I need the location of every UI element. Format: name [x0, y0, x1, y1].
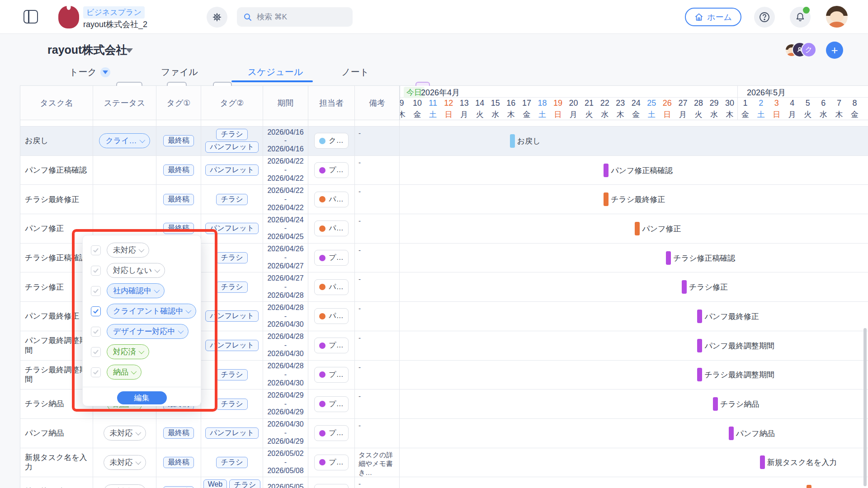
checkbox[interactable] — [91, 306, 101, 316]
task-name-cell[interactable]: お戻し — [20, 127, 93, 155]
period-cell[interactable]: 2026/04/28-2026/04/30 — [263, 331, 308, 360]
sidebar-toggle-icon[interactable] — [24, 10, 38, 23]
gantt-bar[interactable] — [713, 397, 718, 411]
tab-talk[interactable]: トーク — [69, 66, 110, 78]
status-pill[interactable]: デザイナー対応中 — [107, 324, 189, 339]
period-cell[interactable]: 2026/04/27-2026/04/28 — [263, 272, 308, 301]
task-row[interactable]: お戻しクライ…最終稿チラシパンフレット2026/04/16-2026/04/16… — [20, 127, 868, 156]
task-row[interactable]: パンフ修正稿確認最終稿パンフレット2026/04/22-2026/04/22プ…… — [20, 156, 868, 185]
tag-pill[interactable]: 最終稿 — [163, 194, 194, 205]
period-cell[interactable]: 2026/04/29-2026/04/29 — [263, 389, 308, 418]
tag-pill[interactable]: パンフレット — [205, 310, 259, 322]
period-cell[interactable]: 2026/04/24-2026/04/25 — [263, 214, 308, 243]
status-filter-option[interactable]: 納品 — [91, 362, 201, 382]
note-cell[interactable]: - — [355, 185, 400, 214]
tag-pill[interactable]: チラシ — [216, 399, 247, 410]
gantt-bar[interactable] — [635, 222, 640, 235]
note-cell[interactable]: - — [355, 389, 400, 418]
status-filter-option[interactable]: クライアント確認中 — [91, 301, 201, 321]
gantt-bar[interactable] — [682, 280, 687, 294]
checkbox[interactable] — [91, 367, 101, 377]
workspace-logo[interactable] — [58, 6, 79, 28]
task-row[interactable]: 新規タスク名を入力未対応最終稿チラシ2026/05/02-2026/05/08プ… — [20, 448, 868, 478]
status-pill[interactable]: 対応しない — [107, 263, 165, 278]
tag-pill[interactable]: チラシ — [216, 369, 247, 380]
checkbox[interactable] — [91, 327, 101, 337]
gantt-bar[interactable] — [666, 251, 671, 265]
note-cell[interactable]: - — [355, 419, 400, 448]
period-cell[interactable]: 2026/04/22-2026/04/22 — [263, 156, 308, 185]
period-cell[interactable]: 2026/04/28-2026/04/30 — [263, 302, 308, 331]
title-caret-icon[interactable] — [126, 48, 133, 53]
note-cell[interactable]: - — [355, 302, 400, 331]
home-button[interactable]: ホーム — [685, 8, 741, 26]
status-pill[interactable]: クライ… — [99, 133, 150, 148]
period-cell[interactable]: 2026/04/30-2026/04/29 — [263, 419, 308, 448]
tag-pill[interactable]: 最終稿 — [163, 135, 194, 146]
gantt-bar[interactable] — [604, 192, 609, 206]
status-pill[interactable]: 対応済 — [107, 344, 149, 359]
period-cell[interactable]: 2026/05/05- — [263, 477, 308, 488]
note-cell[interactable]: - — [355, 127, 400, 155]
assignee-chip[interactable]: プ… — [314, 455, 348, 470]
tag-pill[interactable]: パンフレット — [205, 164, 259, 176]
tag-pill[interactable]: パンフレット — [205, 340, 259, 351]
gantt-bar[interactable] — [697, 339, 702, 352]
tab-schedule[interactable]: スケジュール — [248, 66, 303, 78]
task-row[interactable]: チラシ最終修正最終稿チラシ2026/04/22-2026/04/22パ…-チラシ… — [20, 185, 868, 214]
assignee-chip[interactable]: パ… — [314, 484, 348, 488]
tag-pill[interactable]: 最終稿 — [163, 427, 194, 439]
user-avatar[interactable] — [826, 6, 848, 28]
task-name-cell[interactable]: パンフ修正稿確認 — [20, 156, 93, 185]
tag-pill[interactable]: チラシ — [216, 194, 247, 205]
chevron-down-icon[interactable] — [100, 67, 110, 77]
gantt-bar[interactable] — [807, 485, 811, 488]
note-cell[interactable]: - — [355, 244, 400, 272]
gantt-bar[interactable] — [604, 164, 609, 177]
note-cell[interactable]: タスクの詳細やメモ書き… — [355, 448, 400, 477]
task-name-cell[interactable]: パンフ納品 — [20, 419, 93, 448]
note-cell[interactable]: - — [355, 214, 400, 243]
tag-pill[interactable]: Web — [203, 479, 227, 488]
tag-pill[interactable]: 最終稿 — [163, 486, 194, 488]
assignee-chip[interactable]: パ… — [314, 221, 348, 236]
assignee-chip[interactable]: プ… — [314, 367, 348, 383]
tag-pill[interactable]: チラシ — [229, 479, 260, 488]
search-input[interactable]: 検索 ⌘K — [237, 7, 353, 27]
assignee-chip[interactable]: プ… — [314, 338, 348, 353]
tag-pill[interactable]: 最終稿 — [163, 164, 194, 176]
tag-pill[interactable]: パンフレット — [205, 427, 259, 439]
status-pill[interactable]: 未対応 — [104, 455, 146, 470]
assignee-chip[interactable]: プ… — [314, 425, 348, 441]
tag-pill[interactable]: チラシ — [216, 282, 247, 293]
tag-pill[interactable]: チラシ — [216, 129, 247, 140]
status-pill[interactable]: 未対応 — [107, 243, 149, 258]
org-name[interactable]: rayout株式会社_2 — [83, 19, 147, 30]
tag-pill[interactable]: パンフレット — [205, 223, 259, 234]
note-cell[interactable]: - — [355, 156, 400, 185]
status-pill[interactable]: 未対応 — [104, 426, 146, 441]
status-filter-option[interactable]: 未対応 — [91, 240, 201, 260]
task-row[interactable]: パンフ納品未対応最終稿パンフレット2026/04/30-2026/04/29プ…… — [20, 419, 868, 448]
edit-statuses-button[interactable]: 編集 — [117, 391, 167, 404]
tag-pill[interactable]: 最終稿 — [163, 223, 194, 234]
task-name-cell[interactable]: 納品後FB会 — [20, 477, 93, 488]
note-cell[interactable]: - — [355, 477, 400, 488]
add-member-button[interactable]: + — [826, 42, 843, 59]
gantt-bar[interactable] — [697, 310, 702, 323]
status-filter-option[interactable]: 社内確認中 — [91, 281, 201, 301]
task-name-cell[interactable]: 新規タスク名を入力 — [20, 448, 93, 477]
checkbox[interactable] — [91, 266, 101, 276]
checkbox[interactable] — [91, 245, 101, 255]
status-pill[interactable]: 納品 — [107, 365, 142, 380]
assignee-chip[interactable]: プ… — [314, 396, 348, 412]
assignee-chip[interactable]: パ… — [314, 308, 348, 324]
tab-files[interactable]: ファイル — [161, 66, 198, 78]
period-cell[interactable]: 2026/05/02-2026/05/08 — [263, 448, 308, 477]
tag-pill[interactable]: パンフレット — [205, 141, 259, 153]
gantt-bar[interactable] — [697, 368, 702, 381]
checkbox[interactable] — [91, 286, 101, 296]
status-filter-option[interactable]: 対応しない — [91, 260, 201, 281]
gantt-bar[interactable] — [760, 455, 765, 469]
period-cell[interactable]: 2026/04/16-2026/04/16 — [263, 127, 308, 155]
